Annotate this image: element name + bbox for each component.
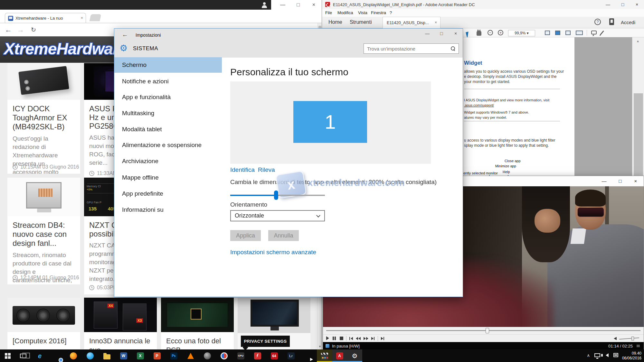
advanced-display-link[interactable]: Impostazioni schermo avanzate bbox=[230, 249, 316, 256]
tab-home[interactable]: Home bbox=[328, 19, 342, 25]
new-tab-button[interactable] bbox=[90, 14, 101, 21]
comment-icon[interactable] bbox=[591, 31, 597, 34]
taskbar-gimp[interactable] bbox=[200, 349, 215, 362]
play-button[interactable] bbox=[326, 336, 329, 340]
privacy-settings-button[interactable]: PRIVACY SETTINGS bbox=[241, 336, 290, 347]
tray-clock[interactable]: 09.40 06/06/2016 bbox=[622, 351, 641, 361]
settings-back-icon[interactable]: ← bbox=[120, 31, 130, 38]
sidebar-item-app[interactable]: App e funzionalità bbox=[114, 89, 222, 105]
article-image-streacom[interactable] bbox=[7, 178, 80, 216]
settings-close-button[interactable]: × bbox=[449, 29, 463, 38]
zoom-in-icon[interactable]: + bbox=[498, 30, 503, 35]
help-icon[interactable]: ? bbox=[594, 19, 601, 25]
stop-button[interactable] bbox=[340, 337, 343, 340]
sidebar-item-predefinite[interactable]: App predefinite bbox=[114, 186, 222, 201]
sidebar-item-notifiche[interactable]: Notifiche e azioni bbox=[114, 74, 222, 89]
sidebar-item-informazioni[interactable]: Informazioni su bbox=[114, 202, 222, 218]
scrollbar-thumb[interactable] bbox=[634, 93, 643, 176]
network-icon[interactable] bbox=[594, 353, 600, 357]
volume-slider[interactable] bbox=[619, 338, 639, 339]
scroll-up-icon[interactable]: ▲ bbox=[636, 39, 639, 43]
player-minimize-button[interactable]: — bbox=[597, 176, 611, 186]
article-image-inno3d[interactable]: X4 X3 bbox=[84, 298, 157, 332]
sidebar-item-alimentazione[interactable]: Alimentazione e sospensione bbox=[114, 137, 222, 153]
tab-close-icon[interactable]: × bbox=[80, 15, 83, 20]
article-image-pcb[interactable] bbox=[161, 298, 234, 332]
menu-window[interactable]: Finestra bbox=[371, 10, 386, 15]
fit-page-icon[interactable] bbox=[555, 31, 560, 35]
reading-mode-icon[interactable] bbox=[565, 31, 571, 35]
taskbar-media-player-classic[interactable] bbox=[317, 349, 332, 362]
taskbar-photoshop[interactable]: Ps bbox=[166, 349, 181, 362]
scroll-down-icon[interactable]: ▼ bbox=[318, 345, 321, 348]
taskbar-edge[interactable]: e bbox=[32, 349, 47, 362]
tab-close-icon[interactable]: × bbox=[435, 20, 437, 25]
detect-link[interactable]: Rileva bbox=[258, 166, 275, 173]
mobile-device-icon[interactable] bbox=[609, 18, 614, 25]
pdf-support-link[interactable]: .asus.com/support/ bbox=[464, 103, 494, 108]
back-icon[interactable]: ← bbox=[3, 23, 14, 36]
acrobat-minimize-button[interactable]: — bbox=[601, 0, 615, 9]
article-card-icydock[interactable]: ICY DOCK ToughArmor EX (MB492SKL-B) Ques… bbox=[7, 100, 80, 174]
notification-center-icon[interactable] bbox=[613, 353, 618, 357]
article-card-inno3d[interactable]: Inno3D annuncia le sue bbox=[84, 332, 157, 349]
apply-button[interactable]: Applica bbox=[230, 230, 261, 241]
settings-minimize-button[interactable]: — bbox=[420, 29, 434, 38]
previous-button[interactable] bbox=[351, 337, 353, 340]
pause-button[interactable] bbox=[333, 336, 337, 341]
taskbar-media-disc[interactable] bbox=[216, 349, 232, 362]
player-maximize-button[interactable]: □ bbox=[613, 176, 628, 186]
taskbar-task-view[interactable] bbox=[15, 349, 31, 362]
sign-in-link[interactable]: Accedi bbox=[621, 20, 635, 25]
taskbar-vlc[interactable] bbox=[183, 349, 198, 362]
taskbar-skype[interactable] bbox=[82, 349, 98, 362]
sidebar-item-tablet[interactable]: Modalità tablet bbox=[114, 122, 222, 137]
article-title[interactable]: Streacom DB4: nuovo case con design fanl… bbox=[13, 221, 75, 248]
taskbar-windows-settings[interactable]: ⚙ bbox=[347, 349, 362, 362]
taskbar-hwmonitor[interactable] bbox=[250, 349, 265, 362]
taskbar-teamviewer[interactable] bbox=[300, 349, 315, 362]
acrobat-close-button[interactable]: × bbox=[630, 0, 644, 9]
tab-document[interactable]: E11420_ASUS_Disp... × bbox=[383, 17, 440, 28]
monitor-1[interactable]: 1 bbox=[293, 101, 367, 143]
volume-tray-icon[interactable] bbox=[606, 353, 609, 357]
sidebar-item-archiviazione[interactable]: Archiviazione bbox=[114, 153, 222, 169]
forward-button[interactable] bbox=[364, 337, 366, 340]
taskbar-excel[interactable]: X bbox=[133, 349, 148, 362]
settings-search-box[interactable] bbox=[364, 43, 459, 54]
taskbar-chrome[interactable] bbox=[49, 349, 64, 362]
browser-minimize-button[interactable]: — bbox=[275, 0, 290, 10]
article-card-streacom[interactable]: Streacom DB4: nuovo case con design fanl… bbox=[7, 216, 80, 284]
settings-maximize-button[interactable]: □ bbox=[434, 29, 449, 38]
menu-view[interactable]: Vista bbox=[358, 10, 367, 15]
profile-icon[interactable] bbox=[260, 1, 269, 9]
tray-chevron-icon[interactable]: ∧ bbox=[587, 353, 590, 358]
tab-tools[interactable]: Strumenti bbox=[350, 19, 372, 25]
sidebar-item-multitasking[interactable]: Multitasking bbox=[114, 106, 222, 121]
taskbar-lightroom[interactable]: Lr bbox=[283, 349, 298, 362]
article-image-icydock[interactable] bbox=[7, 63, 80, 100]
browser-maximize-button[interactable]: □ bbox=[290, 0, 306, 10]
keyboard-icon[interactable] bbox=[576, 31, 583, 35]
fit-width-icon[interactable] bbox=[545, 31, 550, 35]
taskbar-firefox[interactable] bbox=[66, 349, 81, 362]
volume-knob[interactable] bbox=[631, 337, 634, 340]
rewind-button[interactable] bbox=[356, 337, 358, 340]
orientation-dropdown[interactable]: Orizzontale bbox=[230, 210, 325, 221]
cancel-button[interactable]: Annulla bbox=[268, 230, 299, 241]
taskbar-word[interactable]: W bbox=[116, 349, 131, 362]
article-card-computex[interactable]: [Computex 2016] bbox=[7, 332, 80, 349]
article-image-gpu[interactable] bbox=[7, 298, 80, 332]
zoom-out-icon[interactable]: − bbox=[488, 30, 493, 35]
taskbar-powerpoint[interactable]: P bbox=[149, 349, 165, 362]
sidebar-item-mappe[interactable]: Mappe offline bbox=[114, 170, 222, 185]
acrobat-maximize-button[interactable]: □ bbox=[616, 0, 630, 9]
slider-handle[interactable] bbox=[274, 190, 278, 200]
taskbar-acrobat-reader[interactable]: A bbox=[332, 349, 347, 362]
menu-edit[interactable]: Modifica bbox=[337, 10, 353, 15]
identify-link[interactable]: Identifica bbox=[230, 166, 255, 173]
pencil-icon[interactable] bbox=[600, 31, 604, 35]
seek-thumb[interactable] bbox=[486, 328, 489, 333]
menu-file[interactable]: File bbox=[325, 10, 332, 15]
site-logo[interactable]: XtremeHardware bbox=[4, 40, 127, 58]
